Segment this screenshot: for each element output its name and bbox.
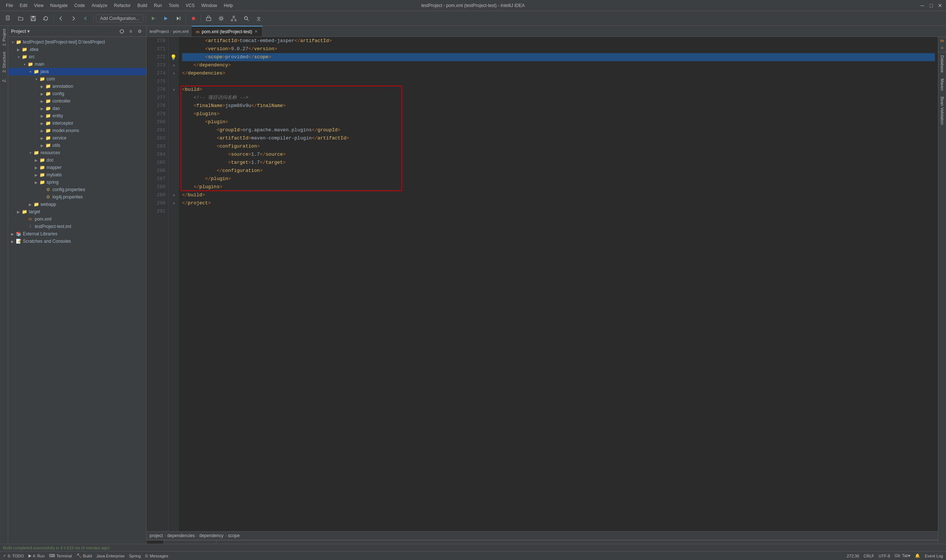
cursor-position[interactable]: 272:36 bbox=[847, 554, 859, 558]
side-tab-project[interactable]: 1: Project bbox=[1, 26, 8, 49]
status-java-enterprise[interactable]: Java Enterprise bbox=[96, 554, 125, 558]
tree-item-annotation[interactable]: ▶ 📁 annotation bbox=[8, 83, 146, 90]
tree-arrow-mybatis[interactable]: ▶ bbox=[33, 172, 39, 178]
status-build[interactable]: 🔨 Build bbox=[76, 553, 92, 558]
tree-item-model-enums[interactable]: ▶ 📁 model.enums bbox=[8, 127, 146, 134]
menu-navigate[interactable]: Navigate bbox=[47, 2, 71, 9]
tree-item-scratches[interactable]: ▶ 📝 Scratches and Consoles bbox=[8, 238, 146, 245]
stop-button[interactable] bbox=[188, 13, 199, 24]
tree-arrow-config[interactable]: ▶ bbox=[39, 91, 45, 97]
run-button[interactable] bbox=[148, 13, 158, 24]
menu-file[interactable]: File bbox=[3, 2, 16, 9]
tree-arrow-entity[interactable]: ▶ bbox=[39, 113, 45, 119]
tree-item-iml[interactable]: ▶ i testProject-test.iml bbox=[8, 223, 146, 230]
menu-build[interactable]: Build bbox=[134, 2, 150, 9]
sidebar-settings-button[interactable]: ⚙ bbox=[136, 28, 143, 35]
right-panel-bean-validation[interactable]: Bean Validation bbox=[939, 94, 946, 128]
tree-arrow-resources[interactable]: ▾ bbox=[27, 150, 33, 156]
forward-button[interactable] bbox=[68, 13, 79, 24]
menu-window[interactable]: Window bbox=[198, 2, 220, 9]
code-lines[interactable]: <artifactId> tomcat-embed-jasper </artif… bbox=[179, 37, 938, 531]
tree-arrow-java[interactable]: ▾ bbox=[27, 69, 33, 74]
tree-arrow-com[interactable]: ▾ bbox=[33, 76, 39, 82]
tree-item-service[interactable]: ▶ 📁 service bbox=[8, 134, 146, 142]
sidebar-expand-button[interactable]: ≡ bbox=[127, 28, 134, 35]
open-button[interactable] bbox=[15, 13, 26, 24]
menu-refactor[interactable]: Refactor bbox=[111, 2, 134, 9]
add-configuration-button[interactable]: Add Configuration... bbox=[96, 14, 143, 23]
tree-item-com[interactable]: ▾ 📁 com bbox=[8, 75, 146, 83]
line-ending[interactable]: CRLF bbox=[864, 554, 874, 558]
fold-arrow-290[interactable]: ▼ bbox=[172, 202, 176, 206]
status-spring[interactable]: Spring bbox=[129, 554, 141, 558]
tree-item-mybatis[interactable]: ▶ 📁 mybatis bbox=[8, 171, 146, 178]
tree-item-root[interactable]: ▾ 📁 testProject [testProject-test] D:\te… bbox=[8, 38, 146, 46]
save-button[interactable] bbox=[28, 13, 39, 24]
tree-arrow-interceptor[interactable]: ▶ bbox=[39, 120, 45, 126]
menu-vcs[interactable]: VCS bbox=[183, 2, 198, 9]
tree-item-idea[interactable]: ▶ 📁 .idea bbox=[8, 46, 146, 53]
notifications-icon[interactable]: 🔔 bbox=[915, 553, 920, 558]
status-todo[interactable]: ✓ 6: TODO bbox=[3, 553, 24, 558]
tree-arrow-scratches[interactable]: ▶ bbox=[9, 238, 15, 244]
tree-arrow-src[interactable]: ▾ bbox=[15, 54, 22, 60]
tree-arrow-spring[interactable]: ▶ bbox=[33, 179, 39, 185]
tree-item-java[interactable]: ▾ 📁 java bbox=[8, 68, 146, 75]
right-panel-database[interactable]: Database bbox=[939, 52, 946, 75]
tree-arrow-mapper[interactable]: ▶ bbox=[33, 165, 39, 171]
tree-item-config-props[interactable]: ▶ ⚙ config.properties bbox=[8, 186, 146, 193]
sync-button[interactable] bbox=[41, 13, 51, 24]
build-artifacts-button[interactable] bbox=[204, 13, 214, 24]
breadcrumb-item-dependency[interactable]: dependency bbox=[199, 533, 224, 538]
side-tab-structure[interactable]: 2: Structure bbox=[1, 49, 8, 75]
tree-arrow-webapp[interactable]: ▶ bbox=[27, 202, 33, 207]
tab-close-button[interactable]: ✕ bbox=[255, 29, 258, 34]
tree-item-dao[interactable]: ▶ 📁 dao bbox=[8, 105, 146, 112]
tree-item-controller[interactable]: ▶ 📁 controller bbox=[8, 97, 146, 105]
vcs-button[interactable] bbox=[228, 13, 239, 24]
tree-item-doc[interactable]: ▶ 📁 doc bbox=[8, 157, 146, 164]
tree-item-main[interactable]: ▾ 📁 main bbox=[8, 60, 146, 68]
menu-analyze[interactable]: Analyze bbox=[89, 2, 110, 9]
maximize-button[interactable]: □ bbox=[928, 3, 934, 8]
tree-arrow-utils[interactable]: ▶ bbox=[39, 142, 45, 148]
code-editor[interactable]: 270 271 272 273 274 275 276 277 278 279 … bbox=[147, 37, 938, 531]
close-button[interactable]: ✕ bbox=[937, 3, 943, 8]
menu-tools[interactable]: Tools bbox=[166, 2, 182, 9]
status-messages[interactable]: 0: Messages bbox=[145, 554, 168, 558]
tree-arrow-external-libs[interactable]: ▶ bbox=[9, 231, 15, 237]
tree-item-mapper[interactable]: ▶ 📁 mapper bbox=[8, 164, 146, 171]
tree-arrow-annotation[interactable]: ▶ bbox=[39, 83, 45, 89]
tree-item-config[interactable]: ▶ 📁 config bbox=[8, 90, 146, 97]
tree-arrow-root[interactable]: ▾ bbox=[9, 39, 15, 45]
event-log-label[interactable]: Event Log bbox=[924, 554, 943, 558]
side-tab-z[interactable]: Z: bbox=[1, 75, 8, 85]
settings-button[interactable] bbox=[216, 13, 226, 24]
sidebar-locate-button[interactable] bbox=[118, 28, 125, 35]
tree-item-spring[interactable]: ▶ 📁 spring bbox=[8, 178, 146, 186]
tree-arrow-target[interactable]: ▶ bbox=[15, 209, 22, 215]
menu-help[interactable]: Help bbox=[221, 2, 236, 9]
tree-item-utils[interactable]: ▶ 📁 utils bbox=[8, 142, 146, 149]
search-everywhere-button[interactable] bbox=[241, 13, 252, 24]
tree-item-resources[interactable]: ▾ 📁 resources bbox=[8, 149, 146, 157]
right-panel-maven[interactable]: Maven bbox=[939, 75, 946, 94]
tree-arrow-model-enums[interactable]: ▶ bbox=[39, 128, 45, 134]
lightbulb-icon[interactable]: 💡 bbox=[170, 54, 176, 60]
debug-button[interactable] bbox=[160, 13, 171, 24]
fold-arrow-274[interactable]: ▼ bbox=[172, 72, 176, 75]
menu-code[interactable]: Code bbox=[71, 2, 88, 9]
menu-edit[interactable]: Edit bbox=[17, 2, 30, 9]
menu-run[interactable]: Run bbox=[151, 2, 165, 9]
fold-arrow-273[interactable]: ▼ bbox=[172, 63, 176, 68]
breadcrumb-item-project[interactable]: project bbox=[150, 533, 163, 538]
tree-item-webapp[interactable]: ▶ 📁 webapp bbox=[8, 201, 146, 208]
tree-item-src[interactable]: ▾ 📁 src bbox=[8, 53, 146, 60]
tree-item-log4j-props[interactable]: ▶ ⚙ log4j.properties bbox=[8, 193, 146, 201]
close-maven-button[interactable]: ✕ bbox=[940, 46, 944, 51]
tree-arrow-idea[interactable]: ▶ bbox=[15, 46, 22, 52]
tree-arrow-dao[interactable]: ▶ bbox=[39, 106, 45, 111]
tree-item-interceptor[interactable]: ▶ 📁 interceptor bbox=[8, 120, 146, 127]
tree-item-external-libs[interactable]: ▶ 📚 External Libraries bbox=[8, 230, 146, 238]
fold-arrow-289[interactable]: ▼ bbox=[172, 193, 176, 197]
